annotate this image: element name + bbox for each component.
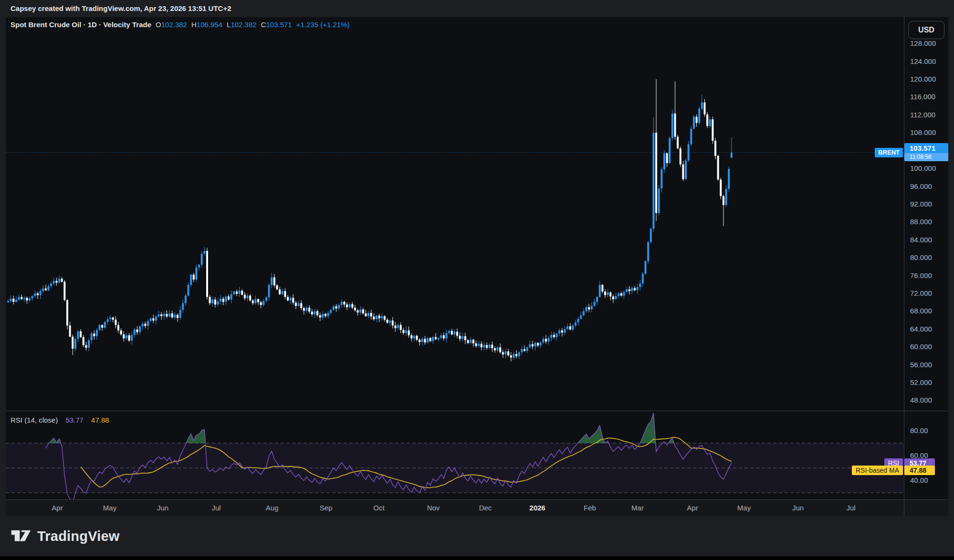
ohlc-label: O [156,21,161,29]
main-pane[interactable]: Spot Brent Crude Oil · 1D · Velocity Tra… [6,17,904,411]
price-tick: 76.000 [910,271,932,280]
rsi-ma-badge: RSI-based MA [852,466,903,475]
attribution-text: Capsey created with TradingView.com, Apr… [10,4,231,12]
price-tick: 68.000 [910,307,932,315]
rsi-legend: RSI (14, close) 53.77 47.88 [10,415,109,425]
ohlc-value: 102.382 [231,21,256,29]
chart-widget: Spot Brent Crude Oil · 1D · Velocity Tra… [6,17,948,516]
price-tick: 124.000 [910,57,936,66]
time-axis-border [6,499,948,500]
time-label-jun: Jun [784,504,812,512]
time-label-feb: Feb [576,504,604,512]
rsi-ma-value: 47.88 [91,416,109,424]
time-label-apr: Apr [43,504,72,512]
chart-legend: Spot Brent Crude Oil · 1D · Velocity Tra… [10,20,349,30]
price-tick: 80.000 [910,253,932,262]
price-tick: 60.000 [910,342,932,351]
price-tick: 116.000 [910,93,935,101]
symbol-badge: BRENT [875,148,903,157]
tradingview-wordmark[interactable]: TradingView [37,529,120,544]
time-label-jul: Jul [837,504,865,512]
ohlc-value: 102.382 [161,21,187,29]
tradingview-logo-icon[interactable] [10,527,31,546]
time-label-may: May [95,504,124,512]
time-label-may: May [730,504,758,512]
price-tick: 84.000 [910,236,932,244]
rsi-legend-title: RSI (14, close) [10,416,58,424]
price-axis[interactable]: USD 103.571 11:08:56 53.77 47.88 128.000… [904,17,948,500]
time-label-oct: Oct [365,504,393,512]
footer: TradingView [10,525,120,548]
rsi-ma-axis-value: 47.88 [904,466,935,475]
price-tick: 52.000 [910,378,932,387]
change-value: +1.235 (+1.21%) [296,21,350,29]
time-label-dec: Dec [471,504,500,512]
rsi-tick: 40.00 [910,476,928,485]
ohlc-label: C [261,21,266,29]
time-label-nov: Nov [419,504,448,512]
price-tick: 128.000 [910,39,936,48]
price-tick: 96.000 [910,182,932,191]
last-price-value: 103.571 [904,143,948,153]
price-tick: 48.000 [910,396,932,404]
bottom-strip [0,556,954,560]
currency-toggle-button[interactable]: USD [908,21,944,39]
rsi-tick: 80.00 [910,426,928,435]
price-tick: 88.000 [910,218,932,226]
price-tick: 112.000 [910,111,935,119]
price-axis-border [904,17,904,516]
bar-countdown: 11:08:56 [904,153,948,161]
attribution-bar: Capsey created with TradingView.com, Apr… [0,0,954,17]
pane-separator[interactable] [6,411,948,411]
time-label-mar: Mar [623,504,652,512]
price-tick: 92.000 [910,200,932,208]
time-label-apr: Apr [678,504,707,512]
time-axis[interactable]: AprMayJunJulAugSepOctNovDec2026FebMarApr… [6,500,948,516]
symbol-title: Spot Brent Crude Oil · 1D · Velocity Tra… [10,21,151,29]
time-label-aug: Aug [258,504,286,512]
candles [7,79,733,362]
rsi-overbought-fill [640,413,656,443]
time-label-2026: 2026 [523,504,552,512]
last-price-badge: 103.571 11:08:56 [904,143,948,161]
time-label-jun: Jun [148,504,177,512]
price-tick: 100.000 [910,164,936,173]
price-tick: 120.000 [910,75,936,83]
time-label-sep: Sep [312,504,340,512]
time-label-jul: Jul [202,504,231,512]
rsi-pane[interactable]: RSI (14, close) 53.77 47.88 RSI RSI-base… [6,412,904,499]
ohlc-value: 106.954 [197,21,222,29]
price-tick: 56.000 [910,361,932,369]
ohlc-value: 103.571 [266,21,292,29]
price-tick: 64.000 [910,325,932,333]
ohlc-label: H [191,21,197,29]
rsi-value: 53.77 [65,416,84,424]
rsi-chart[interactable] [6,412,904,499]
price-tick: 72.000 [910,289,932,298]
price-tick: 108.000 [910,128,936,137]
candlestick-chart[interactable] [6,17,904,411]
